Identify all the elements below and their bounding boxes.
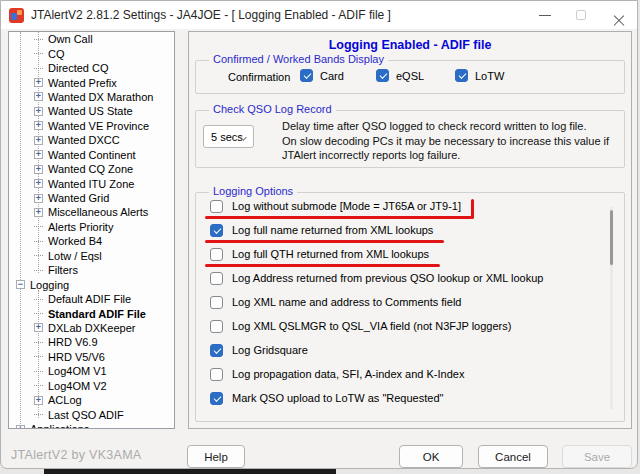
- checked-checkbox-icon[interactable]: [210, 344, 223, 357]
- sidebar-item-label: Applications: [30, 423, 89, 429]
- expand-icon[interactable]: +: [34, 121, 43, 130]
- sidebar-item-label: Miscellaneous Alerts: [48, 206, 148, 218]
- titlebar[interactable]: JTAlertV2 2.81.2 Settings - JA4JOE - [ L…: [1, 1, 637, 29]
- expand-icon[interactable]: +: [34, 179, 43, 188]
- expand-icon[interactable]: +: [34, 78, 43, 87]
- sidebar-item-wanted-ve-province[interactable]: +Wanted VE Province: [9, 119, 174, 133]
- help-button[interactable]: Help: [187, 445, 245, 468]
- expand-icon[interactable]: +: [34, 92, 43, 101]
- collapse-icon[interactable]: −: [16, 280, 25, 289]
- expand-icon[interactable]: +: [34, 194, 43, 203]
- logging-options-group-label: Logging Options: [209, 185, 297, 197]
- ok-button[interactable]: OK: [399, 445, 463, 468]
- sidebar-item-label: Wanted Continent: [48, 149, 136, 161]
- option-log-xml-name-and-address-to-comments-fie[interactable]: Log XML name and address to Comments fie…: [210, 295, 462, 309]
- sidebar-item-label: Wanted Grid: [48, 192, 109, 204]
- sidebar-item-label: Wanted Prefix: [48, 77, 117, 89]
- unchecked-checkbox-icon[interactable]: [210, 368, 223, 381]
- red-annotation-hook: [471, 199, 474, 219]
- option-mark-qso-upload-to-lotw-as-requested[interactable]: Mark QSO upload to LoTW as "Requested": [210, 391, 443, 405]
- band-checkbox-eqsl[interactable]: eQSL: [376, 69, 424, 82]
- checked-checkbox-icon[interactable]: [210, 392, 223, 405]
- checked-checkbox-icon[interactable]: [300, 69, 313, 82]
- sidebar-item-wanted-grid[interactable]: +Wanted Grid: [9, 191, 174, 205]
- unchecked-checkbox-icon[interactable]: [210, 272, 223, 285]
- band-checkbox-card[interactable]: Card: [300, 69, 344, 82]
- sidebar-item-directed-cq[interactable]: Directed CQ: [9, 61, 174, 75]
- sidebar-item-wanted-prefix[interactable]: +Wanted Prefix: [9, 75, 174, 89]
- tree-branch-dash: [34, 68, 43, 69]
- option-log-address-returned-from-previous-qso-l[interactable]: Log Address returned from previous QSO l…: [210, 271, 543, 285]
- band-checkbox-lotw[interactable]: LoTW: [455, 69, 504, 82]
- option-log-full-name-returned-from-xml-lookups[interactable]: Log full name returned from XML lookups: [210, 223, 433, 237]
- sidebar-item-label: HRD V6.9: [48, 336, 98, 348]
- sidebar-item-default-adif-file[interactable]: Default ADIF File: [9, 292, 174, 306]
- sidebar-item-worked-b4[interactable]: Worked B4: [9, 234, 174, 248]
- expand-icon[interactable]: +: [34, 165, 43, 174]
- delay-description-line: On slow decoding PCs it may be necessary…: [282, 134, 609, 149]
- sidebar-item-lotw-eqsl[interactable]: Lotw / Eqsl: [9, 249, 174, 263]
- unchecked-checkbox-icon[interactable]: [210, 248, 223, 261]
- minimize-button[interactable]: [529, 1, 561, 29]
- tree-branch-dash: [34, 371, 43, 372]
- sidebar-item-log4om-v2[interactable]: Log4OM V2: [9, 379, 174, 393]
- expand-icon[interactable]: +: [16, 425, 25, 429]
- option-log-without-submode-mode-jt65a-or-jt9-1[interactable]: Log without submode [Mode = JT65A or JT9…: [210, 199, 461, 213]
- checked-checkbox-icon[interactable]: [376, 69, 389, 82]
- checked-checkbox-icon[interactable]: [455, 69, 468, 82]
- sidebar-item-wanted-dxcc[interactable]: +Wanted DXCC: [9, 133, 174, 147]
- sidebar-item-aclog[interactable]: +ACLog: [9, 393, 174, 407]
- sidebar-item-wanted-cq-zone[interactable]: +Wanted CQ Zone: [9, 162, 174, 176]
- sidebar-item-wanted-itu-zone[interactable]: +Wanted ITU Zone: [9, 176, 174, 190]
- option-log-gridsquare[interactable]: Log Gridsquare: [210, 343, 308, 357]
- scrollbar-thumb[interactable]: [610, 210, 613, 265]
- red-annotation-underline: [205, 216, 472, 219]
- tree-branch-dash: [34, 270, 43, 271]
- option-log-full-qth-returned-from-xml-lookups[interactable]: Log full QTH returned from XML lookups: [210, 247, 429, 261]
- sidebar-item-wanted-continent[interactable]: +Wanted Continent: [9, 148, 174, 162]
- sidebar-item-log4om-v1[interactable]: Log4OM V1: [9, 364, 174, 378]
- expand-icon[interactable]: +: [34, 323, 43, 332]
- sidebar-item-standard-adif-file[interactable]: Standard ADIF File: [9, 306, 174, 320]
- sidebar-item-label: Lotw / Eqsl: [48, 250, 102, 262]
- sidebar-item-miscellaneous-alerts[interactable]: +Miscellaneous Alerts: [9, 205, 174, 219]
- sidebar-item-wanted-dx-marathon[interactable]: +Wanted DX Marathon: [9, 90, 174, 104]
- sidebar-item-label: Log4OM V1: [48, 365, 107, 377]
- delay-select[interactable]: 5 secs: [203, 125, 254, 148]
- unchecked-checkbox-icon[interactable]: [210, 320, 223, 333]
- sidebar-item-applications[interactable]: +Applications: [9, 422, 174, 429]
- checked-checkbox-icon[interactable]: [210, 224, 223, 237]
- option-log-propagation-data-sfi-a-index-and-k-i[interactable]: Log propagation data, SFI, A-index and K…: [210, 367, 464, 381]
- sidebar-item-last-qso-adif[interactable]: Last QSO ADIF: [9, 407, 174, 421]
- tree-branch-dash: [34, 53, 43, 54]
- background-strip: [44, 469, 336, 474]
- sidebar-item-dxlab-dxkeeper[interactable]: +DXLab DXKeeper: [9, 321, 174, 335]
- sidebar-item-wanted-us-state[interactable]: +Wanted US State: [9, 104, 174, 118]
- tree-rows: Own CallCQDirected CQ+Wanted Prefix+Want…: [9, 32, 174, 429]
- expand-icon[interactable]: +: [34, 396, 43, 405]
- sidebar-item-hrd-v6-9[interactable]: HRD V6.9: [9, 335, 174, 349]
- sidebar-item-label: CQ: [48, 48, 65, 60]
- close-button[interactable]: [603, 1, 635, 29]
- expand-icon[interactable]: +: [34, 208, 43, 217]
- option-log-xml-qslmgr-to-qsl-via-field-not-n3fj[interactable]: Log XML QSLMGR to QSL_VIA field (not N3F…: [210, 319, 511, 333]
- expand-icon[interactable]: +: [34, 107, 43, 116]
- expand-icon[interactable]: +: [34, 150, 43, 159]
- unchecked-checkbox-icon[interactable]: [210, 296, 223, 309]
- sidebar-item-cq[interactable]: CQ: [9, 46, 174, 60]
- sidebar-item-own-call[interactable]: Own Call: [9, 32, 174, 46]
- delay-description-line: JTAlert incorrectly reports log failure.: [282, 148, 609, 163]
- sidebar-item-filters[interactable]: Filters: [9, 263, 174, 277]
- sidebar-item-hrd-v5-v6[interactable]: HRD V5/V6: [9, 350, 174, 364]
- tree-branch-dash: [34, 313, 43, 314]
- sidebar-item-alerts-priority[interactable]: Alerts Priority: [9, 220, 174, 234]
- tree-branch-dash: [34, 299, 43, 300]
- sidebar-item-logging[interactable]: −Logging: [9, 277, 174, 291]
- cancel-button[interactable]: Cancel: [478, 445, 548, 468]
- band-checkbox-label: eQSL: [396, 70, 424, 82]
- sidebar-item-label: DXLab DXKeeper: [48, 322, 135, 334]
- expand-icon[interactable]: +: [34, 136, 43, 145]
- unchecked-checkbox-icon[interactable]: [210, 200, 223, 213]
- tree-branch-dash: [34, 241, 43, 242]
- sidebar-item-label: Logging: [30, 279, 69, 291]
